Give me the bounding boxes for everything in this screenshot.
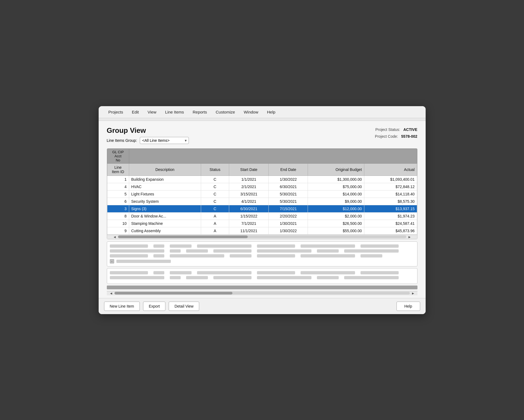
bottom-scroll-thumb[interactable] bbox=[114, 292, 233, 295]
placeholder-row-3 bbox=[110, 254, 414, 257]
cell-3-2: C bbox=[201, 198, 229, 205]
scroll-thumb[interactable] bbox=[118, 235, 248, 238]
line-items-group-label: Line Items Group: bbox=[107, 138, 137, 143]
cell-2-6: $14,118.40 bbox=[364, 190, 417, 198]
horizontal-scrollbar[interactable]: ◀ ▶ bbox=[107, 235, 417, 239]
col-header-id: LineItem ID bbox=[107, 163, 129, 176]
placeholder-row-4 bbox=[110, 271, 414, 274]
placeholder-34 bbox=[257, 276, 311, 279]
cell-0-5: $1,300,000.00 bbox=[308, 176, 364, 183]
cell-5-6: $1,974.23 bbox=[364, 212, 417, 220]
footer-bar: New Line Item Export Detail View Help bbox=[99, 298, 426, 314]
scroll-track[interactable] bbox=[118, 235, 406, 238]
cell-3-4: 5/30/2021 bbox=[269, 198, 308, 205]
cell-4-2: C bbox=[201, 205, 229, 212]
bottom-scroll-left[interactable]: ◀ bbox=[109, 292, 113, 295]
cell-5-5: $2,000.00 bbox=[308, 212, 364, 220]
table-row[interactable]: 6Security SystemC4/1/20215/30/2021$9,000… bbox=[107, 198, 417, 205]
menu-help[interactable]: Help bbox=[263, 108, 280, 117]
column-headers: LineItem ID Description Status Start Dat… bbox=[107, 163, 417, 176]
placeholder-24 bbox=[153, 271, 164, 274]
placeholder-9 bbox=[170, 249, 181, 253]
table-row[interactable]: 3Signs (3)C6/30/20217/15/2021$12,000.00$… bbox=[107, 205, 417, 212]
cell-1-0: 4 bbox=[107, 183, 129, 190]
cell-6-1: Stamping Machine bbox=[129, 220, 201, 227]
gl-header-row: GL CIP AcctNo bbox=[107, 149, 417, 163]
menu-reports[interactable]: Reports bbox=[188, 108, 211, 117]
cell-6-6: $24,587.41 bbox=[364, 220, 417, 227]
placeholder-5 bbox=[257, 244, 295, 248]
cell-1-4: 6/30/2021 bbox=[269, 183, 308, 190]
table-row[interactable]: 5Light FixturesC3/15/20215/30/2021$14,00… bbox=[107, 190, 417, 198]
placeholder-14 bbox=[344, 249, 399, 253]
table-row[interactable]: 8Door & Window Ac...A1/15/20222/20/2022$… bbox=[107, 212, 417, 220]
gl-cip-header: GL CIP AcctNo bbox=[107, 149, 129, 163]
cell-3-1: Security System bbox=[129, 198, 201, 205]
detail-view-button[interactable]: Detail View bbox=[169, 302, 199, 311]
menu-line-items[interactable]: Line Items bbox=[161, 108, 188, 117]
cell-5-1: Door & Window Ac... bbox=[129, 212, 201, 220]
bottom-scrollbar[interactable]: ◀ ▶ bbox=[107, 291, 417, 295]
menu-window[interactable]: Window bbox=[239, 108, 262, 117]
group-select[interactable]: <All Line Items> bbox=[140, 137, 189, 144]
page-header: Group View Line Items Group: <All Line I… bbox=[107, 126, 417, 144]
placeholder-36 bbox=[344, 276, 399, 279]
minus-button[interactable]: - bbox=[110, 259, 114, 263]
cell-3-6: $8,575.30 bbox=[364, 198, 417, 205]
menu-customize[interactable]: Customize bbox=[211, 108, 240, 117]
gray-divider bbox=[107, 286, 417, 289]
cell-7-4: 1/30/2022 bbox=[269, 227, 308, 234]
lower-section-1: - bbox=[107, 241, 417, 266]
placeholder-4 bbox=[197, 244, 252, 248]
table-row[interactable]: 4HVACC2/1/20216/30/2021$75,000.00$72,848… bbox=[107, 183, 417, 190]
table-body: 1Building ExpansionC1/1/20211/30/2022$1,… bbox=[107, 176, 417, 234]
cell-3-3: 4/1/2021 bbox=[229, 198, 268, 205]
placeholder-row-2 bbox=[110, 249, 414, 253]
placeholder-31 bbox=[170, 276, 181, 279]
table-row[interactable]: 1Building ExpansionC1/1/20211/30/2022$1,… bbox=[107, 176, 417, 183]
scroll-left-arrow[interactable]: ◀ bbox=[113, 235, 117, 238]
placeholder-10 bbox=[186, 249, 208, 253]
project-status-row: Project Status: ACTIVE bbox=[375, 126, 417, 133]
cell-0-0: 1 bbox=[107, 176, 129, 183]
project-status-value: ACTIVE bbox=[403, 127, 417, 132]
table-scroll[interactable]: GL CIP AcctNo LineItem ID Description St… bbox=[107, 149, 417, 235]
menu-view[interactable]: View bbox=[143, 108, 161, 117]
mini-controls: - bbox=[110, 259, 414, 263]
cell-2-2: C bbox=[201, 190, 229, 198]
placeholder-29 bbox=[361, 271, 399, 274]
col-header-original-budget: Original Budget bbox=[308, 163, 364, 176]
line-items-group: Line Items Group: <All Line Items> bbox=[107, 137, 189, 144]
scroll-right-arrow[interactable]: ▶ bbox=[407, 235, 412, 238]
cell-6-5: $26,500.00 bbox=[308, 220, 364, 227]
cell-6-2: A bbox=[201, 220, 229, 227]
cell-4-5: $12,000.00 bbox=[308, 205, 364, 212]
cell-5-2: A bbox=[201, 212, 229, 220]
menu-projects[interactable]: Projects bbox=[104, 108, 128, 117]
group-select-wrapper[interactable]: <All Line Items> bbox=[140, 137, 189, 144]
project-info: Project Status: ACTIVE Project Code: 557… bbox=[375, 126, 417, 140]
bottom-scroll-right[interactable]: ▶ bbox=[411, 292, 415, 295]
cell-1-1: HVAC bbox=[129, 183, 201, 190]
line-items-table: GL CIP AcctNo LineItem ID Description St… bbox=[107, 149, 417, 235]
placeholder-13 bbox=[317, 249, 339, 253]
placeholder-17 bbox=[170, 254, 224, 257]
export-button[interactable]: Export bbox=[143, 302, 165, 311]
placeholder-32 bbox=[186, 276, 208, 279]
cell-4-4: 7/15/2021 bbox=[269, 205, 308, 212]
project-code-row: Project Code: 5578-002 bbox=[375, 133, 417, 140]
help-button[interactable]: Help bbox=[396, 302, 420, 311]
new-line-item-button[interactable]: New Line Item bbox=[104, 302, 140, 311]
col-header-end-date: End Date bbox=[269, 163, 308, 176]
cell-5-4: 2/20/2022 bbox=[269, 212, 308, 220]
cell-4-6: $13,937.15 bbox=[364, 205, 417, 212]
cell-3-0: 6 bbox=[107, 198, 129, 205]
cell-1-6: $72,848.12 bbox=[364, 183, 417, 190]
placeholder-25 bbox=[170, 271, 192, 274]
menu-edit[interactable]: Edit bbox=[128, 108, 143, 117]
placeholder-16 bbox=[153, 254, 164, 257]
placeholder-15 bbox=[110, 254, 148, 257]
bottom-scroll-track[interactable] bbox=[114, 292, 410, 295]
table-row[interactable]: 9Cutting AssemblyA11/1/20211/30/2022$55,… bbox=[107, 227, 417, 234]
table-row[interactable]: 10Stamping MachineA7/1/20211/30/2021$26,… bbox=[107, 220, 417, 227]
